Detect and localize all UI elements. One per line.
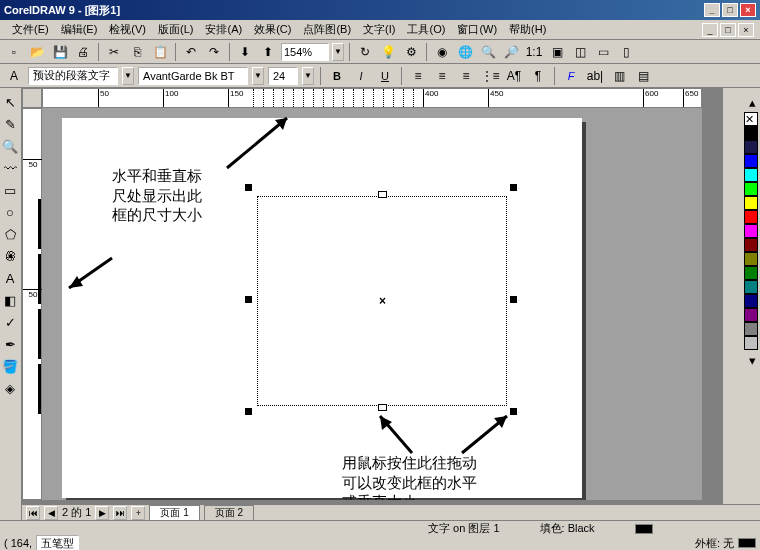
zoom-dropdown-icon[interactable]: ▼ <box>332 43 344 61</box>
zoom-tool-icon[interactable]: 🔍 <box>0 136 20 156</box>
style-dropdown-icon[interactable]: ▼ <box>122 67 134 85</box>
italic-icon[interactable]: I <box>351 66 371 86</box>
color-swatch[interactable] <box>744 210 758 224</box>
eyedropper-tool-icon[interactable]: ✓ <box>0 312 20 332</box>
zoomall-icon[interactable]: ▭ <box>593 42 613 62</box>
color-swatch[interactable] <box>744 168 758 182</box>
maximize-button[interactable]: □ <box>722 3 738 17</box>
zoomin-icon[interactable]: 🔍 <box>478 42 498 62</box>
handle-tr[interactable] <box>510 184 517 191</box>
app-icon[interactable]: ◉ <box>432 42 452 62</box>
color-swatch[interactable] <box>744 238 758 252</box>
columns-icon[interactable]: ▥ <box>609 66 629 86</box>
doc-close-button[interactable]: × <box>738 23 754 37</box>
align-center-icon[interactable]: ≡ <box>432 66 452 86</box>
doc-maximize-button[interactable]: □ <box>720 23 736 37</box>
menu-effects[interactable]: 效果(C) <box>248 20 297 39</box>
options-icon[interactable]: ⚙ <box>401 42 421 62</box>
color-swatch[interactable] <box>744 196 758 210</box>
align-left-icon[interactable]: ≡ <box>408 66 428 86</box>
next-page-icon[interactable]: ▶ <box>95 506 109 520</box>
paste-icon[interactable]: 📋 <box>150 42 170 62</box>
interactive-tool-icon[interactable]: ◧ <box>0 290 20 310</box>
ruler-origin[interactable] <box>22 88 42 108</box>
handle-mr[interactable] <box>510 296 517 303</box>
menu-layout[interactable]: 版面(L) <box>152 20 199 39</box>
no-fill-swatch[interactable]: ✕ <box>744 112 758 126</box>
dropcap-icon[interactable]: A¶ <box>504 66 524 86</box>
menu-bitmap[interactable]: 点阵图(B) <box>297 20 357 39</box>
font-input[interactable] <box>138 67 248 85</box>
web-icon[interactable]: 🌐 <box>455 42 475 62</box>
edit-text-icon[interactable]: ab| <box>585 66 605 86</box>
menu-text[interactable]: 文字(I) <box>357 20 401 39</box>
color-swatch[interactable] <box>744 266 758 280</box>
handle-tm[interactable] <box>378 191 387 198</box>
text-style-icon[interactable]: A <box>4 66 24 86</box>
zoompage-icon[interactable]: ▯ <box>616 42 636 62</box>
import-icon[interactable]: ⬇ <box>235 42 255 62</box>
indent-icon[interactable]: ¶ <box>528 66 548 86</box>
menu-view[interactable]: 检视(V) <box>103 20 152 39</box>
handle-tl[interactable] <box>245 184 252 191</box>
canvas[interactable]: × 水平和垂直标 尺处显示出此 框的尺寸大小 用鼠标按住此往拖动 可以改变此框的… <box>42 108 702 500</box>
menu-window[interactable]: 窗口(W) <box>451 20 503 39</box>
color-swatch[interactable] <box>744 126 758 140</box>
refresh-icon[interactable]: ↻ <box>355 42 375 62</box>
cut-icon[interactable]: ✂ <box>104 42 124 62</box>
menu-tools[interactable]: 工具(O) <box>401 20 451 39</box>
new-icon[interactable]: ▫ <box>4 42 24 62</box>
first-page-icon[interactable]: ⏮ <box>26 506 40 520</box>
polygon-tool-icon[interactable]: ⬠ <box>0 224 20 244</box>
zoomout-icon[interactable]: 🔎 <box>501 42 521 62</box>
shape-tool-icon[interactable]: ✎ <box>0 114 20 134</box>
rectangle-tool-icon[interactable]: ▭ <box>0 180 20 200</box>
color-swatch[interactable] <box>744 308 758 322</box>
menu-edit[interactable]: 编辑(E) <box>55 20 104 39</box>
handle-bl[interactable] <box>245 408 252 415</box>
light-icon[interactable]: 💡 <box>378 42 398 62</box>
horizontal-ruler[interactable]: 50 100 150 400 450 600 650 <box>42 88 702 108</box>
menu-help[interactable]: 帮助(H) <box>503 20 552 39</box>
color-swatch[interactable] <box>744 224 758 238</box>
handle-ml[interactable] <box>245 296 252 303</box>
zoom11-icon[interactable]: 1:1 <box>524 42 544 62</box>
spiral-tool-icon[interactable]: ֍ <box>0 246 20 266</box>
text-tool-icon[interactable]: A <box>0 268 20 288</box>
zoomsel-icon[interactable]: ◫ <box>570 42 590 62</box>
undo-icon[interactable]: ↶ <box>181 42 201 62</box>
fontsize-input[interactable] <box>268 67 298 85</box>
underline-icon[interactable]: U <box>375 66 395 86</box>
frame-icon[interactable]: ▤ <box>633 66 653 86</box>
bullets-icon[interactable]: ⋮≡ <box>480 66 500 86</box>
close-button[interactable]: × <box>740 3 756 17</box>
vertical-ruler[interactable]: 50 50 <box>22 108 42 500</box>
color-swatch[interactable] <box>744 154 758 168</box>
align-right-icon[interactable]: ≡ <box>456 66 476 86</box>
docker-sidebar[interactable] <box>722 88 742 520</box>
menu-file[interactable]: 文件(E) <box>6 20 55 39</box>
pick-tool-icon[interactable]: ↖ <box>0 92 20 112</box>
palette-down-icon[interactable]: ▾ <box>742 350 760 370</box>
open-icon[interactable]: 📂 <box>27 42 47 62</box>
paragraph-style-input[interactable] <box>28 67 118 85</box>
bold-icon[interactable]: B <box>327 66 347 86</box>
effects-tool-icon[interactable]: ◈ <box>0 378 20 398</box>
ellipse-tool-icon[interactable]: ○ <box>0 202 20 222</box>
save-icon[interactable]: 💾 <box>50 42 70 62</box>
page-tab-1[interactable]: 页面 1 <box>149 505 199 521</box>
zoomfit-icon[interactable]: ▣ <box>547 42 567 62</box>
export-icon[interactable]: ⬆ <box>258 42 278 62</box>
color-swatch[interactable] <box>744 182 758 196</box>
color-swatch[interactable] <box>744 140 758 154</box>
add-page-icon[interactable]: + <box>131 506 145 520</box>
outline-tool-icon[interactable]: ✒ <box>0 334 20 354</box>
font-dropdown-icon[interactable]: ▼ <box>252 67 264 85</box>
color-swatch[interactable] <box>744 294 758 308</box>
zoom-input[interactable] <box>281 43 329 61</box>
freehand-tool-icon[interactable]: 〰 <box>0 158 20 178</box>
menu-arrange[interactable]: 安排(A) <box>199 20 248 39</box>
ime-indicator[interactable]: 五笔型 <box>36 535 79 551</box>
redo-icon[interactable]: ↷ <box>204 42 224 62</box>
last-page-icon[interactable]: ⏭ <box>113 506 127 520</box>
